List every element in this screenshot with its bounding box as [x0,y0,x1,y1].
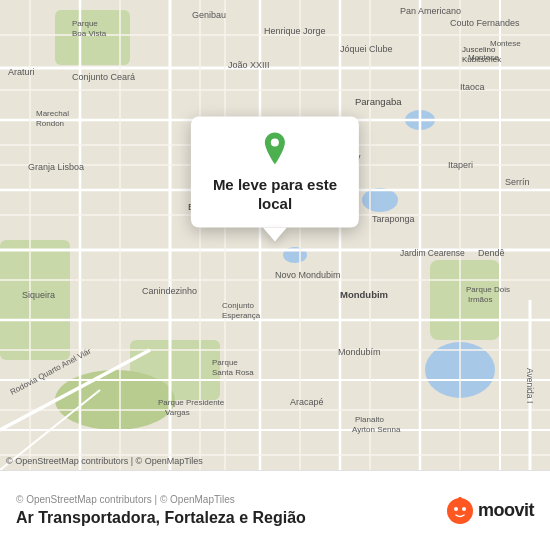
svg-text:Aracapé: Aracapé [290,397,324,407]
svg-text:João XXIII: João XXIII [228,60,270,70]
moovit-icon [446,497,474,525]
svg-text:Planalto: Planalto [355,415,384,424]
svg-text:Genibau: Genibau [192,10,226,20]
svg-text:Henrique Jorge: Henrique Jorge [264,26,326,36]
svg-text:Itaperi: Itaperi [448,160,473,170]
svg-text:Parque: Parque [212,358,238,367]
popup-label: Me leve para estelocal [213,174,337,213]
svg-text:Parque Dois: Parque Dois [466,285,510,294]
svg-text:Araturi: Araturi [8,67,35,77]
svg-point-7 [362,188,398,212]
svg-text:Novo Mondubim: Novo Mondubim [275,270,341,280]
svg-point-89 [462,507,466,511]
info-bar: © OpenStreetMap contributors | © OpenMap… [0,470,550,550]
svg-text:Taraponga: Taraponga [372,214,415,224]
map-popup[interactable]: Me leve para estelocal [191,116,359,241]
svg-point-88 [454,507,458,511]
svg-text:Canindezinho: Canindezinho [142,286,197,296]
svg-point-86 [271,138,279,146]
svg-text:Irmãos: Irmãos [468,295,492,304]
svg-text:Conjunto: Conjunto [222,301,255,310]
svg-rect-2 [0,240,70,360]
svg-text:Parangaba: Parangaba [355,96,402,107]
map-attribution: © OpenStreetMap contributors | © OpenMap… [6,456,203,466]
popup-arrow [263,227,287,241]
svg-text:Jardim Cearense: Jardim Cearense [400,248,465,258]
svg-text:Parque: Parque [72,19,98,28]
map-container: Pan Americano Couto Fernandes Montese Mo… [0,0,550,470]
svg-text:Pan Americano: Pan Americano [400,6,461,16]
popup-box[interactable]: Me leve para estelocal [191,116,359,227]
info-bar-text: © OpenStreetMap contributors | © OpenMap… [16,494,446,527]
location-pin-icon [257,130,293,166]
svg-text:Rondon: Rondon [36,119,64,128]
svg-text:Mondubím: Mondubím [338,347,381,357]
svg-text:Ayrton Senna: Ayrton Senna [352,425,401,434]
moovit-text: moovit [478,500,534,521]
svg-text:Kubitschek: Kubitschek [462,55,502,64]
moovit-logo: moovit [446,497,534,525]
svg-text:Serrín: Serrín [505,177,530,187]
svg-text:Boa Vista: Boa Vista [72,29,107,38]
svg-text:Mondubim: Mondubim [340,289,388,300]
svg-text:Vargas: Vargas [165,408,190,417]
svg-text:Esperança: Esperança [222,311,261,320]
svg-text:Parque Presidente: Parque Presidente [158,398,225,407]
svg-text:Siqueira: Siqueira [22,290,55,300]
svg-text:Conjunto Ceará: Conjunto Ceará [72,72,135,82]
svg-text:Granja Lisboa: Granja Lisboa [28,162,84,172]
svg-text:Dendê: Dendê [478,248,505,258]
svg-text:Juscelino: Juscelino [462,45,496,54]
svg-text:Marechal: Marechal [36,109,69,118]
svg-text:Itaoca: Itaoca [460,82,485,92]
svg-text:Couto Fernandes: Couto Fernandes [450,18,520,28]
svg-text:Jóquei Clube: Jóquei Clube [340,44,393,54]
info-title: Ar Transportadora, Fortaleza e Região [16,509,446,527]
svg-text:Avenida I: Avenida I [525,368,535,403]
info-attribution: © OpenStreetMap contributors | © OpenMap… [16,494,446,505]
svg-text:Santa Rosa: Santa Rosa [212,368,254,377]
